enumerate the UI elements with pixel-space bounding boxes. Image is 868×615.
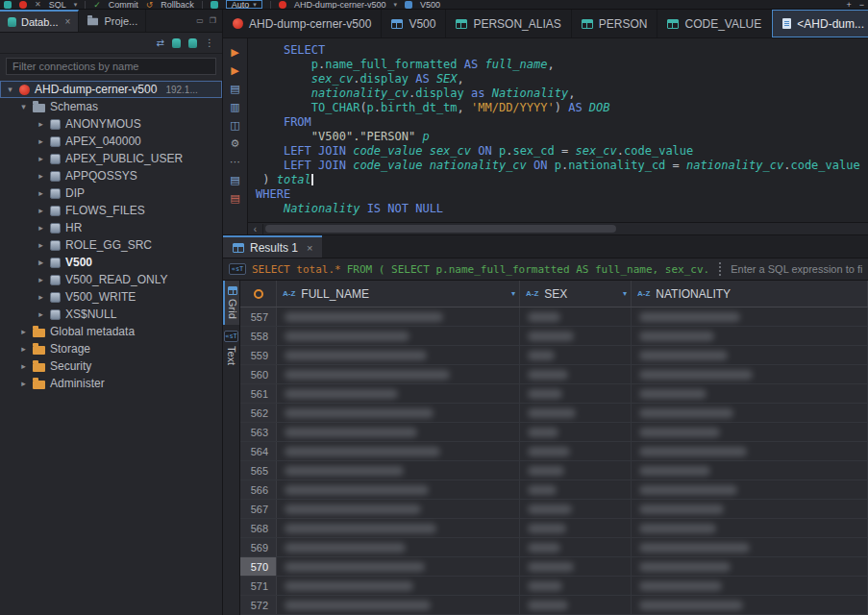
execute-statement-icon[interactable]: ▶ — [231, 46, 238, 58]
column-header-sex[interactable]: A-ZSEX▾ — [520, 281, 632, 307]
table-cell[interactable] — [632, 557, 868, 576]
table-row[interactable]: 571 — [240, 577, 868, 596]
table-row[interactable]: 558 — [240, 327, 868, 346]
tree-item-apex-040000[interactable]: ▸APEX_040000 — [0, 133, 222, 150]
row-number[interactable]: 565 — [240, 461, 277, 480]
expander-icon[interactable]: ▸ — [37, 136, 45, 146]
tree-item-connection[interactable]: ▾AHD-dump-cerner-v500192.1... — [0, 81, 222, 98]
scrollbar-track[interactable] — [263, 223, 868, 234]
table-row[interactable]: 572 — [240, 596, 868, 615]
table-row[interactable]: 559 — [240, 346, 868, 365]
tree-item-v500[interactable]: ▸V500 — [0, 254, 222, 271]
table-cell[interactable] — [277, 538, 520, 556]
settings-icon[interactable]: ⚙ — [231, 137, 240, 149]
unpin-icon[interactable]: ▤ — [230, 192, 239, 204]
row-number[interactable]: 569 — [240, 538, 277, 556]
table-row[interactable]: 568 — [240, 519, 868, 538]
editor-hscrollbar[interactable]: ‹ — [248, 222, 868, 234]
table-cell[interactable] — [277, 327, 520, 345]
row-number[interactable]: 568 — [240, 519, 277, 537]
sort-icon[interactable]: A-Z — [283, 289, 295, 298]
editor-tab-v500[interactable]: V500 — [382, 10, 446, 37]
database-icon[interactable] — [4, 1, 12, 9]
select-all-corner[interactable] — [240, 281, 277, 307]
expander-icon[interactable]: ▸ — [37, 240, 45, 250]
table-cell[interactable] — [632, 442, 868, 460]
filter-connections-input[interactable] — [6, 58, 216, 75]
table-row[interactable]: 566 — [240, 480, 868, 500]
tree-item-apex-public-user[interactable]: ▸APEX_PUBLIC_USER — [0, 150, 222, 167]
table-row[interactable]: 561 — [240, 384, 868, 404]
commit-mode-select[interactable]: Auto ▾ — [226, 0, 262, 9]
table-cell[interactable] — [520, 404, 632, 422]
row-number[interactable]: 559 — [240, 346, 277, 364]
table-cell[interactable] — [520, 346, 632, 364]
table-cell[interactable] — [277, 346, 520, 364]
table-cell[interactable] — [520, 423, 632, 441]
table-cell[interactable] — [520, 577, 632, 595]
tree-item-v500-write[interactable]: ▸V500_WRITE — [0, 288, 222, 306]
table-cell[interactable] — [632, 384, 868, 403]
table-cell[interactable] — [632, 577, 868, 595]
filter-dropdown-icon[interactable]: ▾ — [511, 289, 515, 298]
table-cell[interactable] — [520, 519, 632, 537]
table-cell[interactable] — [632, 538, 868, 556]
row-number[interactable]: 572 — [240, 596, 277, 614]
close-icon[interactable]: × — [307, 242, 312, 254]
expander-icon[interactable]: ▾ — [6, 85, 14, 94]
table-row[interactable]: 565 — [240, 461, 868, 480]
table-cell[interactable] — [277, 480, 520, 499]
column-header-nationality[interactable]: A-ZNATIONALITY — [632, 281, 868, 307]
row-number[interactable]: 560 — [240, 365, 277, 383]
tree-item-global-metadata[interactable]: ▸Global metadata — [0, 323, 222, 340]
connections-icon[interactable] — [188, 38, 197, 48]
expander-icon[interactable]: ▸ — [37, 258, 45, 267]
tab-results-1[interactable]: Results 1 × — [223, 235, 322, 258]
expander-icon[interactable]: ▸ — [37, 275, 45, 284]
maximize-icon[interactable]: ❐ — [210, 16, 216, 25]
table-cell[interactable] — [520, 538, 632, 556]
table-cell[interactable] — [520, 384, 632, 403]
expander-icon[interactable]: ▸ — [37, 119, 45, 129]
commit-button[interactable]: Commit — [109, 0, 138, 10]
table-cell[interactable] — [277, 423, 520, 441]
column-header-full_name[interactable]: A-ZFULL_NAME▾ — [277, 281, 520, 307]
scrollbar-thumb[interactable] — [265, 225, 616, 233]
tree-item-schemas[interactable]: ▾Schemas — [0, 98, 222, 115]
table-cell[interactable] — [520, 365, 632, 383]
filter-dropdown-icon[interactable]: ▾ — [623, 289, 627, 298]
row-number[interactable]: 566 — [240, 480, 277, 499]
view-menu-icon[interactable]: ⋮ — [205, 37, 214, 48]
table-row[interactable]: 562 — [240, 404, 868, 423]
tree-item-storage[interactable]: ▸Storage — [0, 340, 222, 357]
tree-item-flows-files[interactable]: ▸FLOWS_FILES — [0, 202, 222, 219]
row-number[interactable]: 557 — [240, 308, 277, 326]
table-cell[interactable] — [520, 500, 632, 518]
tab-grid[interactable]: Grid — [223, 281, 239, 325]
table-row[interactable]: 567 — [240, 500, 868, 519]
table-cell[interactable] — [520, 557, 632, 576]
rollback-button[interactable]: Rollback — [161, 0, 194, 10]
table-row[interactable]: 569 — [240, 538, 868, 557]
minimize-icon[interactable]: ▭ — [196, 16, 204, 25]
table-cell[interactable] — [277, 404, 520, 422]
table-cell[interactable] — [632, 423, 868, 441]
tree-item-security[interactable]: ▸Security — [0, 357, 222, 375]
editor-tab--ahd-dum-[interactable]: <AHD-dum... — [772, 10, 868, 37]
expander-icon[interactable]: ▾ — [19, 102, 28, 111]
table-cell[interactable] — [520, 596, 632, 614]
tree-item-v500-read-only[interactable]: ▸V500_READ_ONLY — [0, 271, 222, 288]
table-cell[interactable] — [520, 442, 632, 460]
expander-icon[interactable]: ▸ — [37, 309, 45, 319]
sql-menu[interactable]: SQL — [49, 0, 66, 10]
table-cell[interactable] — [277, 596, 520, 614]
table-row[interactable]: 563 — [240, 423, 868, 442]
tree-item-role-gg-src[interactable]: ▸ROLE_GG_SRC — [0, 236, 222, 254]
table-cell[interactable] — [277, 519, 520, 537]
row-number[interactable]: 564 — [240, 442, 277, 460]
expander-icon[interactable]: ▸ — [37, 154, 45, 163]
table-cell[interactable] — [277, 500, 520, 518]
table-cell[interactable] — [520, 308, 632, 326]
table-cell[interactable] — [632, 346, 868, 364]
table-row[interactable]: 570 — [240, 557, 868, 577]
